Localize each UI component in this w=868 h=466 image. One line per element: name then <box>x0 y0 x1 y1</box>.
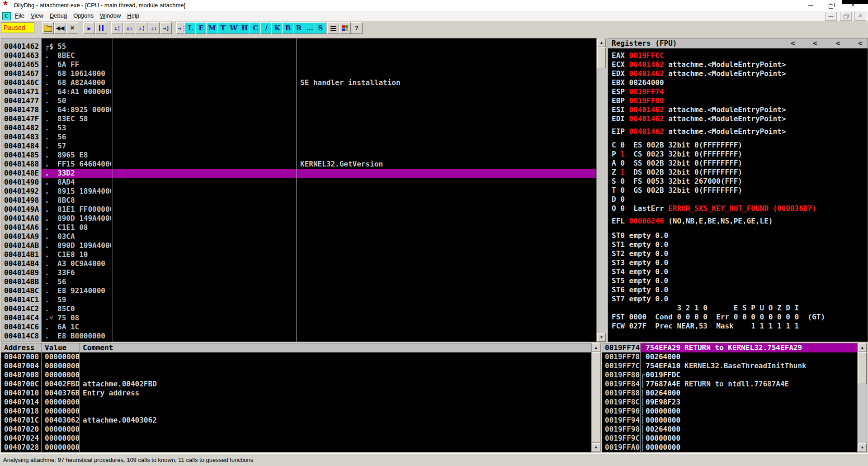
register-line[interactable]: ECX 00401462 attachme.<ModuleEntryPoint> <box>612 60 825 69</box>
disasm-row[interactable]: 004014C1.59pop ecx <box>1 295 596 304</box>
dump-header-value[interactable]: Value <box>45 343 66 352</box>
restart-button[interactable]: ◀◀ <box>54 22 66 34</box>
register-line[interactable]: O 0 LastErr ERROR_SXS_KEY_NOT_FOUND (000… <box>612 204 825 213</box>
scroll-down-button[interactable]: ▼ <box>597 333 606 342</box>
scroll-thumb[interactable] <box>858 352 867 384</box>
close-program-button[interactable]: ✕ <box>66 22 78 34</box>
disasm-row[interactable]: 004014C4.˅75 08jnz short attachme.004014… <box>1 314 596 323</box>
disasm-row[interactable]: 00401483.56push esi <box>1 133 596 142</box>
appearance-options-button[interactable] <box>327 22 339 34</box>
breakpoints-window-button[interactable]: B <box>282 22 294 34</box>
register-line[interactable]: ST1 empty 0.0 <box>612 240 825 249</box>
disasm-row[interactable]: 00401488.FF15 64604000call dword ptr ds:… <box>1 160 596 169</box>
dump-row[interactable]: 0040701800000000 <box>1 407 591 416</box>
step-into-button[interactable]: ↓¦ <box>111 22 123 34</box>
disasm-row[interactable]: 00401465.6A FFpush -1 <box>1 60 596 69</box>
threads-window-button[interactable]: T <box>217 22 229 34</box>
menu-item-file[interactable]: File <box>12 11 28 21</box>
disasm-row[interactable]: 0040149A.81E1 FF000000and ecx,0FF <box>1 205 596 214</box>
step-over-button[interactable]: ↓: <box>123 22 135 34</box>
register-line[interactable]: ESI 00401462 attachme.<ModuleEntryPoint> <box>612 105 825 114</box>
disasm-row[interactable]: 004014C6.6A 1Cpush 1C <box>1 323 596 332</box>
patches-window-button[interactable]: / <box>260 22 272 34</box>
collapse-section-button[interactable]: < <box>836 39 840 48</box>
disassembly-scrollbar[interactable]: ▲ ▼ <box>597 38 606 342</box>
help-button[interactable]: ? <box>351 22 363 34</box>
dump-header-address[interactable]: Address <box>4 343 34 352</box>
disasm-row[interactable]: 004014A0.890D 149A4000mov dword ptr ds:[… <box>1 214 596 223</box>
dump-row[interactable]: 0040702000000000 <box>1 425 591 434</box>
log-window-button[interactable]: L <box>184 22 196 34</box>
register-line[interactable]: ST3 empty 0.0 <box>612 258 825 267</box>
disasm-row[interactable]: 00401463.8BECmov ebp,esp <box>1 51 596 60</box>
dump-row[interactable]: 0040701400000000 <box>1 398 591 407</box>
cpu-child-window-icon[interactable]: C <box>2 12 11 20</box>
column-separator[interactable] <box>41 343 42 452</box>
memory-dump-pane[interactable]: Address Value Comment 004070000000000000… <box>1 343 591 452</box>
source-window-button[interactable]: S <box>315 22 326 34</box>
disasm-row[interactable]: 00401471.64:A1 00000000mov eax,dword ptr… <box>1 87 596 96</box>
run-trace-button[interactable]: ... <box>304 22 316 34</box>
register-line[interactable]: ST6 empty 0.0 <box>612 285 825 295</box>
disasm-row[interactable]: 00401478.64:8925 00000000mov dword ptr f… <box>1 105 596 114</box>
dump-scrollbar[interactable]: ▲ ▼ <box>591 343 601 452</box>
register-line[interactable]: ST0 empty 0.0 <box>612 231 825 240</box>
dump-row[interactable]: 0040700000000000 <box>1 352 591 361</box>
register-line[interactable]: T 0 GS 002B 32bit 0(FFFFFFFF) <box>612 186 825 195</box>
collapse-section-button[interactable]: < <box>813 39 817 48</box>
dump-row[interactable]: 0040700400000000 <box>1 361 591 371</box>
animate-into-button[interactable]: ⇓¦ <box>136 22 147 34</box>
disasm-row[interactable]: 00401498.8BC8mov ecx,eax <box>1 196 596 205</box>
mdi-restore-button[interactable] <box>840 12 852 21</box>
pause-button[interactable] <box>95 22 107 34</box>
disasm-row[interactable]: 00401490.8AD4mov dl,ah <box>1 178 596 187</box>
column-separator[interactable] <box>640 343 641 452</box>
column-separator[interactable] <box>296 38 297 342</box>
disasm-row[interactable]: 004014B1.C1E8 10shr eax,10 <box>1 250 596 259</box>
disasm-row[interactable]: 00401467.68 10614000push attachme.004061… <box>1 69 596 78</box>
mdi-close-button[interactable]: ✕ <box>854 12 866 21</box>
scroll-down-button[interactable]: ▼ <box>592 443 600 452</box>
collapse-section-button[interactable]: < <box>791 39 795 48</box>
column-separator[interactable] <box>113 38 113 342</box>
register-line[interactable]: C 0 ES 002B 32bit 0(FFFFFFFF) <box>612 141 825 150</box>
register-line[interactable]: ESP 0019FF74 <box>612 87 825 96</box>
disasm-row[interactable]: 0040147F.83EC 58sub esp,58 <box>1 114 596 124</box>
dump-row[interactable]: 004070100040376BEntry address <box>1 389 591 398</box>
stack-pane[interactable]: 0019FF74754EFA29RETURN to KERNEL32.754EF… <box>602 343 858 452</box>
menu-item-help[interactable]: Help <box>124 11 142 21</box>
column-separator[interactable] <box>681 343 681 452</box>
register-line[interactable]: S 0 FS 0053 32bit 267000(FFF) <box>612 177 825 186</box>
open-file-button[interactable] <box>42 22 54 34</box>
disasm-row[interactable]: 00401484.57push edi <box>1 142 596 151</box>
register-line[interactable]: ST7 empty 0.0 <box>612 295 825 304</box>
register-line[interactable]: A 0 SS 002B 32bit 0(FFFFFFFF) <box>612 159 825 168</box>
scroll-thumb[interactable] <box>597 48 606 68</box>
dump-row[interactable]: 0040700C00402FBDattachme.00402FBD <box>1 380 591 389</box>
column-separator[interactable] <box>79 343 80 452</box>
disasm-row-selected[interactable]: 0040148E.33D2xor edx,edx <box>1 169 596 178</box>
dump-row[interactable]: 0040700800000000 <box>1 371 591 380</box>
disasm-row[interactable]: 004014AB.890D 109A4000mov dword ptr ds:[… <box>1 241 596 250</box>
dump-row[interactable]: 0040702400000000 <box>1 434 591 443</box>
disasm-row[interactable]: 004014BB.56push esi <box>1 277 596 286</box>
register-line[interactable]: EFL 00000246 (NO,NB,E,BE,NS,PE,GE,LE) <box>612 217 825 226</box>
call-stack-button[interactable]: K <box>271 22 283 34</box>
minimize-button[interactable] <box>800 0 821 11</box>
registers-pane[interactable]: Registers (FPU) < < < < EAX 0019FFCCECX … <box>608 38 868 342</box>
restore-window-button[interactable] <box>821 0 842 11</box>
scroll-up-button[interactable]: ▲ <box>858 343 867 352</box>
disasm-row[interactable]: 004014BC.E8 92140000call attachme.004029… <box>1 286 596 295</box>
references-window-button[interactable]: R <box>293 22 305 34</box>
dump-row[interactable]: 0040701C00403062attachme.00403062 <box>1 416 591 425</box>
register-line[interactable]: FST 0000 Cond 0 0 0 0 Err 0 0 0 0 0 0 0 … <box>612 313 825 322</box>
disasm-row[interactable]: 004014A9.03CAadd ecx,edx <box>1 232 596 241</box>
disasm-row[interactable]: 00401462┌$55push ebp <box>1 42 596 51</box>
disassembly-pane[interactable]: 00401462┌$55push ebp00401463.8BECmov ebp… <box>1 38 597 342</box>
scroll-up-button[interactable]: ▲ <box>592 343 600 352</box>
dump-header-comment[interactable]: Comment <box>83 343 113 352</box>
register-line[interactable]: ST5 empty 0.0 <box>612 276 825 285</box>
scroll-down-button[interactable]: ▼ <box>858 443 867 452</box>
register-line[interactable]: Z 1 DS 002B 32bit 0(FFFFFFFF) <box>612 168 825 177</box>
run-button[interactable]: ▶ <box>83 22 95 34</box>
